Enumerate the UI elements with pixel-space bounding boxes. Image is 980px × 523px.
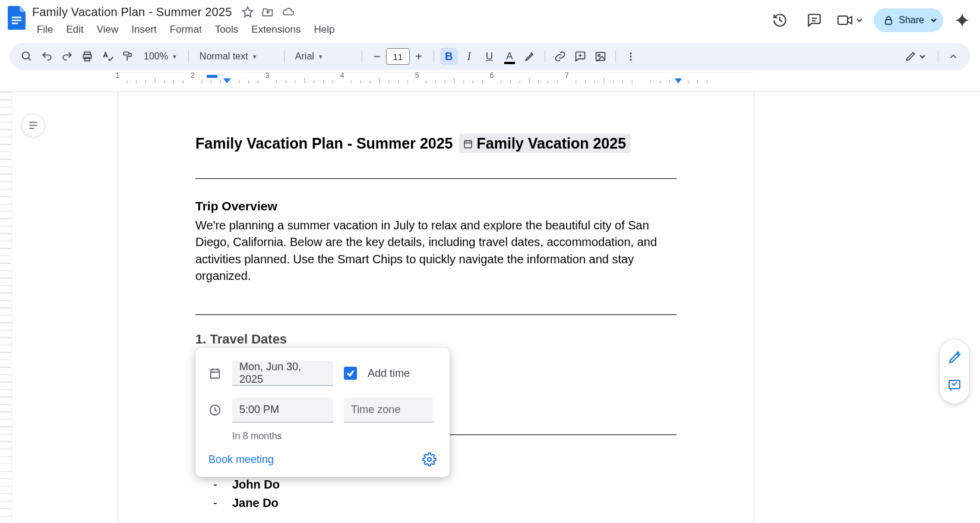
lock-icon [883, 15, 894, 26]
date-field[interactable]: Mon, Jun 30, 2025 [232, 361, 333, 386]
event-smart-chip[interactable]: Family Vacation 2025 [459, 134, 631, 153]
time-field[interactable]: 5:00 PM [232, 398, 333, 423]
svg-rect-7 [886, 20, 892, 24]
font-size-control: − + [368, 48, 428, 65]
meet-button[interactable] [837, 14, 863, 27]
more-icon[interactable] [622, 48, 640, 65]
indent-marker[interactable] [207, 75, 217, 78]
history-icon[interactable] [768, 8, 792, 32]
svg-marker-3 [242, 7, 252, 17]
svg-rect-2 [12, 23, 18, 24]
horizontal-rule [195, 178, 676, 179]
spellcheck-icon[interactable] [99, 48, 116, 65]
font-size-decrease[interactable]: − [368, 48, 386, 65]
add-comment-icon[interactable] [571, 48, 589, 65]
svg-point-20 [630, 59, 631, 61]
font-dropdown[interactable]: Arial ▼ [290, 48, 356, 65]
text-color-button[interactable]: A [501, 48, 519, 65]
menu-bar: File Edit View Insert Format Tools Exten… [31, 23, 340, 38]
star-icon[interactable] [242, 6, 254, 18]
caret-down-icon [856, 17, 863, 24]
zoom-dropdown[interactable]: 100% ▼ [139, 48, 182, 65]
relative-date-text: In 8 months [232, 431, 437, 442]
event-chip-label: Family Vacation 2025 [477, 135, 627, 152]
comments-icon[interactable] [802, 8, 826, 32]
svg-point-17 [598, 55, 600, 56]
caret-down-icon: ▼ [172, 53, 178, 60]
share-label: Share [899, 15, 924, 26]
calendar-icon [208, 367, 222, 380]
move-icon[interactable] [262, 6, 274, 18]
header-actions: Share [768, 4, 970, 32]
editing-mode-dropdown[interactable] [899, 47, 932, 66]
svg-line-9 [29, 58, 31, 61]
paint-format-icon[interactable] [119, 48, 137, 65]
ai-edit-icon[interactable] [944, 348, 965, 368]
undo-icon[interactable] [38, 48, 56, 65]
toolbar: 100% ▼ Normal text ▼ Arial ▼ − + B I U A [10, 43, 970, 70]
font-size-increase[interactable]: + [410, 48, 428, 65]
print-icon[interactable] [78, 48, 96, 65]
suggest-edits-icon[interactable] [944, 375, 965, 395]
bold-button[interactable]: B [440, 48, 458, 65]
italic-button[interactable]: I [460, 48, 478, 65]
underline-button[interactable]: U [480, 48, 498, 65]
link-icon[interactable] [551, 48, 569, 65]
menu-file[interactable]: File [31, 23, 59, 38]
page[interactable]: Family Vacation Plan - Summer 2025 Famil… [118, 92, 754, 523]
svg-point-8 [23, 52, 30, 59]
menu-help[interactable]: Help [308, 23, 340, 38]
style-dropdown[interactable]: Normal text ▼ [195, 48, 278, 65]
clock-icon [208, 404, 222, 417]
book-meeting-button[interactable]: Book meeting [208, 453, 274, 466]
svg-rect-90 [464, 140, 472, 147]
collapse-toolbar-icon[interactable] [944, 48, 962, 65]
docs-logo-icon[interactable] [5, 4, 29, 34]
section-heading-overview: Trip Overview [195, 199, 676, 213]
document-title[interactable]: Family Vacation Plan - Summer 2025 [31, 5, 233, 19]
vertical-ruler[interactable] [0, 92, 12, 523]
zoom-value: 100% [144, 51, 168, 62]
highlight-color-button[interactable] [521, 48, 539, 65]
svg-rect-1 [12, 20, 21, 21]
menu-view[interactable]: View [91, 23, 125, 38]
settings-icon[interactable] [422, 452, 437, 467]
svg-rect-6 [838, 16, 848, 24]
document-canvas: Family Vacation Plan - Summer 2025 Famil… [0, 92, 980, 523]
insert-image-icon[interactable] [592, 48, 609, 65]
menu-format[interactable]: Format [164, 23, 208, 38]
svg-point-99 [428, 458, 431, 461]
menu-tools[interactable]: Tools [209, 23, 245, 38]
menu-extensions[interactable]: Extensions [245, 23, 306, 38]
add-time-checkbox[interactable] [344, 367, 357, 380]
horizontal-ruler[interactable]: // (ticks drawn via JS below for brevity… [0, 73, 980, 88]
pencil-icon [905, 51, 916, 62]
gemini-icon[interactable] [954, 12, 970, 29]
menu-insert[interactable]: Insert [125, 23, 163, 38]
page-title: Family Vacation Plan - Summer 2025 Famil… [195, 134, 676, 153]
ruler-number: 5 [415, 71, 419, 80]
section-heading-dates: 1. Travel Dates [195, 332, 676, 347]
share-dropdown[interactable] [924, 8, 943, 32]
indent-marker[interactable] [675, 78, 682, 83]
search-icon[interactable] [18, 48, 36, 65]
caret-down-icon [919, 53, 926, 60]
font-size-input[interactable] [386, 48, 410, 65]
overview-body: We're planning a summer vacation in July… [195, 217, 676, 285]
indent-marker[interactable] [223, 78, 230, 83]
ruler-number: 2 [191, 71, 195, 80]
menu-edit[interactable]: Edit [60, 23, 89, 38]
redo-icon[interactable] [58, 48, 76, 65]
font-value: Arial [295, 51, 314, 62]
date-chip-popup: Mon, Jun 30, 2025 Add time 5:00 PM Time … [195, 348, 450, 477]
caret-down-icon: ▼ [318, 53, 324, 60]
ruler-number: 7 [565, 71, 569, 80]
cloud-status-icon[interactable] [282, 6, 294, 18]
calendar-icon [463, 138, 473, 149]
app-header: Family Vacation Plan - Summer 2025 File … [0, 0, 980, 40]
svg-rect-13 [124, 52, 128, 55]
timezone-field[interactable]: Time zone [344, 398, 433, 423]
list-item: Jane Do [213, 494, 676, 512]
svg-point-19 [630, 56, 631, 58]
outline-toggle-icon[interactable] [21, 114, 45, 137]
